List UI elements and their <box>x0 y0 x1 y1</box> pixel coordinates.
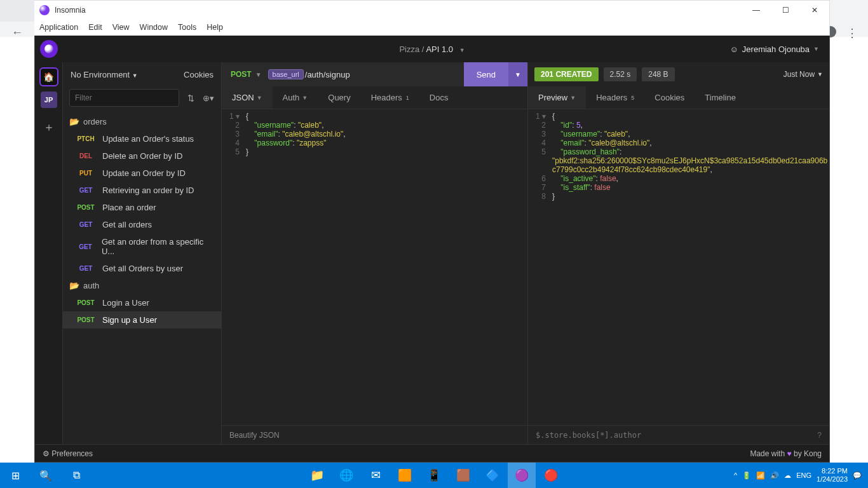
tab-preview[interactable]: Preview▼ <box>528 86 586 109</box>
user-menu[interactable]: ☺ Jeremiah Ojonuba ▼ <box>730 44 819 54</box>
filter-input[interactable] <box>69 89 179 107</box>
response-history-dropdown[interactable]: Just Now ▼ <box>783 70 823 79</box>
taskbar-explorer-icon[interactable]: 📁 <box>303 463 331 488</box>
request-item[interactable]: PTCHUpdate an Order's status <box>63 130 221 147</box>
task-view-button[interactable]: ⧉ <box>61 463 92 488</box>
tray-clock[interactable]: 8:22 PM 1/24/2023 <box>817 467 848 484</box>
menu-window[interactable]: Window <box>140 23 168 32</box>
tab-query[interactable]: Query <box>318 86 360 109</box>
windows-taskbar: ⊞ 🔍 ⧉ 📁 🌐 ✉ 🟧 📱 🟫 🔷 🟣 🔴 ^ 🔋 📶 🔊 ☁ ENG 8:… <box>0 463 868 488</box>
method-tag: POST <box>76 204 96 211</box>
send-dropdown-button[interactable]: ▼ <box>508 62 527 86</box>
taskbar-app1-icon[interactable]: 🟧 <box>391 463 419 488</box>
browser-menu-icon[interactable]: ⋮ <box>846 26 858 40</box>
preferences-button[interactable]: ⚙ Preferences <box>43 449 93 458</box>
taskbar-app2-icon[interactable]: 📱 <box>420 463 448 488</box>
breadcrumb[interactable]: Pizza / API 1.0 ▼ <box>399 44 465 54</box>
method-tag: GET <box>76 221 96 228</box>
tab-body[interactable]: JSON▼ <box>222 86 273 109</box>
taskbar-edge-icon[interactable]: 🌐 <box>332 463 360 488</box>
folder-auth[interactable]: 📂 auth <box>63 277 221 294</box>
request-item[interactable]: GETGet an order from a specific U... <box>63 233 221 260</box>
tab-resp-cookies[interactable]: Cookies <box>644 86 695 109</box>
request-item[interactable]: POSTLogin a User <box>63 294 221 311</box>
window-maximize-button[interactable]: ☐ <box>771 1 800 20</box>
tray-notifications-icon[interactable]: 💬 <box>853 471 862 480</box>
window-title: Insomnia <box>55 6 86 15</box>
tab-timeline[interactable]: Timeline <box>695 86 746 109</box>
sort-icon[interactable]: ⇅ <box>184 93 197 103</box>
browser-back-icon[interactable]: ← <box>11 26 23 39</box>
response-body-viewer[interactable]: 1 ▾{2 "id": 5,3 "username": "caleb",4 "e… <box>528 109 829 425</box>
tray-volume-icon[interactable]: 🔊 <box>770 471 779 480</box>
menu-application[interactable]: Application <box>39 23 78 32</box>
tab-docs[interactable]: Docs <box>419 86 459 109</box>
method-tag: POST <box>76 299 96 306</box>
request-label: Place an order <box>102 203 156 212</box>
request-label: Get all Orders by user <box>102 264 183 273</box>
taskbar-chrome-icon[interactable]: 🔴 <box>537 463 565 488</box>
menu-tools[interactable]: Tools <box>178 23 196 32</box>
taskbar-insomnia-icon[interactable]: 🟣 <box>508 463 536 488</box>
tray-battery-icon[interactable]: 🔋 <box>742 471 751 480</box>
tray-onedrive-icon[interactable]: ☁ <box>784 471 791 480</box>
help-icon[interactable]: ? <box>817 431 822 440</box>
request-item[interactable]: POSTPlace an order <box>63 199 221 216</box>
request-label: Update an Order by ID <box>102 168 186 178</box>
request-item[interactable]: POSTSign up a User <box>63 311 221 329</box>
request-label: Update an Order's status <box>102 134 194 144</box>
jsonpath-filter-input[interactable] <box>536 431 817 440</box>
tray-language[interactable]: ENG <box>796 471 811 479</box>
window-titlebar: Insomnia — ☐ ✕ <box>34 0 830 19</box>
request-item[interactable]: GETRetrieving an order by ID <box>63 182 221 199</box>
method-tag: GET <box>76 243 95 250</box>
url-input[interactable]: base_url /auth/signup <box>268 69 464 79</box>
folder-icon: 📂 <box>69 117 79 126</box>
request-item[interactable]: GETGet all orders <box>63 216 221 233</box>
time-badge: 2.52 s <box>604 67 637 81</box>
env-variable-chip[interactable]: base_url <box>268 69 304 79</box>
workspace-badge[interactable]: JP <box>41 92 57 108</box>
status-badge: 201 CREATED <box>534 67 599 81</box>
taskbar-sublime-icon[interactable]: 🟫 <box>449 463 477 488</box>
window-close-button[interactable]: ✕ <box>800 1 829 20</box>
create-icon[interactable]: ⊕▾ <box>202 93 215 103</box>
tab-auth[interactable]: Auth▼ <box>273 86 318 109</box>
method-tag: POST <box>76 316 96 323</box>
made-with-label: Made with ♥ by Kong <box>750 449 822 458</box>
add-workspace-button[interactable]: ＋ <box>43 119 55 135</box>
size-badge: 248 B <box>642 67 674 81</box>
method-selector[interactable]: POST▼ <box>222 70 268 79</box>
tray-wifi-icon[interactable]: 📶 <box>756 471 765 480</box>
menu-view[interactable]: View <box>112 23 130 32</box>
method-tag: PTCH <box>76 135 96 142</box>
folder-orders[interactable]: 📂 orders <box>63 113 221 130</box>
user-name: Jeremiah Ojonuba <box>742 44 810 54</box>
breadcrumb-leaf: API 1.0 <box>426 44 453 54</box>
insomnia-logo[interactable] <box>40 40 58 58</box>
menu-help[interactable]: Help <box>207 23 223 32</box>
home-button[interactable]: 🏠 <box>39 67 58 86</box>
request-item[interactable]: PUTUpdate an Order by ID <box>63 165 221 182</box>
search-button[interactable]: 🔍 <box>31 463 61 488</box>
taskbar-mail-icon[interactable]: ✉ <box>362 463 390 488</box>
beautify-button[interactable]: Beautify JSON <box>229 431 280 440</box>
menu-edit[interactable]: Edit <box>88 23 102 32</box>
request-label: Sign up a User <box>102 315 157 325</box>
breadcrumb-root: Pizza <box>399 44 419 54</box>
request-item[interactable]: GETGet all Orders by user <box>63 260 221 277</box>
start-button[interactable]: ⊞ <box>0 463 31 488</box>
request-label: Retrieving an order by ID <box>102 186 194 195</box>
cookies-button[interactable]: Cookies <box>184 70 214 79</box>
tab-headers[interactable]: Headers1 <box>361 86 419 109</box>
send-button[interactable]: Send <box>464 62 508 86</box>
request-body-editor[interactable]: 1 ▾{2 "username": "caleb",3 "email": "ca… <box>222 109 527 425</box>
window-minimize-button[interactable]: — <box>742 1 771 20</box>
taskbar-vscode-icon[interactable]: 🔷 <box>478 463 506 488</box>
tray-chevron-icon[interactable]: ^ <box>734 471 737 479</box>
menu-bar: Application Edit View Window Tools Help <box>34 19 830 36</box>
tab-resp-headers[interactable]: Headers5 <box>586 86 644 109</box>
environment-selector[interactable]: No Environment ▼ <box>71 70 138 79</box>
url-path: /auth/signup <box>305 70 350 79</box>
request-item[interactable]: DELDelete an Order by ID <box>63 147 221 165</box>
